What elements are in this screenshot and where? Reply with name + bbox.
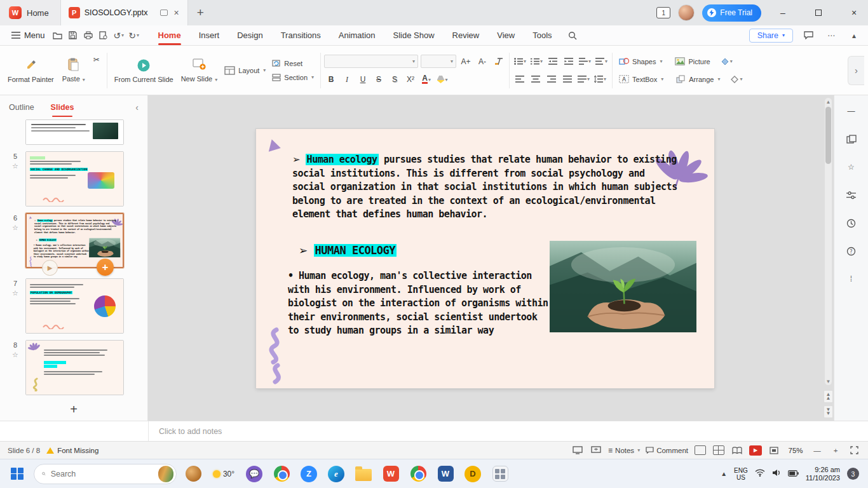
text-direction-button[interactable]: ▾ (594, 55, 609, 68)
clear-format-button[interactable] (492, 55, 506, 68)
favorite-star-icon[interactable]: ☆ (12, 351, 18, 359)
notes-bar[interactable]: Click to add notes (0, 421, 868, 441)
slide-bullet-paragraph[interactable]: • Human ecology, man's collective intera… (288, 269, 550, 338)
collapse-panel-icon[interactable]: ‹ (135, 102, 139, 112)
expand-ribbon-button[interactable]: › (848, 56, 864, 85)
save-icon[interactable] (65, 29, 81, 43)
taskbar-search[interactable] (34, 464, 177, 484)
help-icon[interactable]: ? (844, 244, 858, 258)
from-current-slide-button[interactable]: From Current Slide (111, 50, 177, 92)
undo-icon[interactable]: ↺▾ (111, 29, 126, 43)
reset-button[interactable]: Reset (269, 58, 317, 69)
zoom-out-button[interactable]: — (811, 445, 824, 456)
weather-widget[interactable]: 30° (210, 461, 238, 487)
slide-7-thumbnail[interactable]: POPULATION OR DEMOGRAPHY (25, 278, 124, 334)
favorites-star-icon[interactable]: ☆ (844, 160, 858, 174)
underline-button[interactable]: U (356, 73, 370, 86)
align-center-button[interactable] (529, 73, 543, 86)
chrome-dev-icon[interactable]: D (462, 461, 484, 487)
fit-window-button[interactable] (848, 445, 860, 456)
bullets-button[interactable]: ▾ (513, 55, 527, 68)
more-tools-icon[interactable]: ⁞ (844, 272, 858, 286)
slide-sorter-view-button[interactable] (712, 445, 725, 456)
superscript-button[interactable]: X² (403, 73, 417, 86)
tab-insert[interactable]: Insert (199, 25, 220, 45)
notes-toggle-button[interactable]: ≡ Notes ▾ (608, 446, 640, 455)
current-slide[interactable]: ➢ Human ecology pursues studies that rel… (256, 129, 714, 388)
edge-icon[interactable]: e (325, 461, 347, 487)
align-right-button[interactable] (545, 73, 559, 86)
volume-icon[interactable] (772, 469, 781, 478)
maximize-button[interactable] (804, 0, 832, 25)
search-icon[interactable] (565, 29, 580, 43)
outline-tab[interactable]: Outline (9, 95, 34, 119)
text-shadow-button[interactable]: S (388, 73, 402, 86)
window-count-badge[interactable]: 1 (656, 7, 670, 18)
format-painter-button[interactable]: Format Painter (4, 50, 58, 92)
tab-tools[interactable]: Tools (532, 25, 552, 45)
slides-tab[interactable]: Slides (51, 95, 74, 119)
slide-5-thumbnail[interactable]: SOCIAL CHANGE AND DISORGANIZATION (25, 151, 124, 207)
font-missing-warning[interactable]: Font Missing (46, 447, 98, 454)
tab-close-icon[interactable]: × (172, 8, 181, 18)
tab-slide-show[interactable]: Slide Show (393, 25, 435, 45)
increase-font-button[interactable]: A+ (459, 55, 473, 68)
tab-design[interactable]: Design (237, 25, 262, 45)
increase-indent-button[interactable] (562, 55, 576, 68)
open-file-icon[interactable] (50, 29, 65, 43)
tray-expand-icon[interactable]: ▲ (721, 470, 727, 477)
tab-home[interactable]: Home (158, 25, 181, 45)
vertical-scrollbar[interactable]: ▲ ▼ (825, 98, 832, 385)
fill-color-button[interactable]: ▾ (720, 55, 734, 68)
free-trial-button[interactable]: Free Trial (702, 4, 761, 22)
zoom-in-button[interactable]: + (829, 445, 842, 456)
font-size-select[interactable]: ▾ (421, 55, 456, 68)
squiggle-decoration[interactable] (265, 326, 284, 384)
add-slide-button[interactable]: + (0, 402, 147, 417)
minimize-button[interactable]: – (769, 0, 797, 25)
arrange-button[interactable]: Arrange ▾ (673, 73, 723, 86)
align-left-button[interactable] (513, 73, 527, 86)
tab-review[interactable]: Review (452, 25, 480, 45)
favorite-star-icon[interactable]: ☆ (12, 162, 18, 170)
previous-slide-button[interactable]: ▲▲ (824, 390, 833, 403)
language-indicator[interactable]: ENG US (734, 467, 748, 481)
cut-button[interactable]: ✂ (90, 53, 104, 66)
distributed-button[interactable]: ▾ (576, 73, 591, 86)
highlight-color-button[interactable]: ▾ (435, 73, 449, 86)
font-family-select[interactable]: ▾ (324, 55, 418, 68)
tab-transitions[interactable]: Transitions (281, 25, 321, 45)
slide-4-thumbnail[interactable] (25, 119, 124, 145)
history-clock-icon[interactable] (844, 216, 858, 230)
share-button[interactable]: Share ▾ (749, 29, 793, 43)
search-input[interactable] (51, 470, 153, 478)
calculator-icon[interactable] (489, 461, 511, 487)
widget-icon[interactable] (182, 461, 204, 487)
normal-view-button[interactable] (694, 445, 707, 456)
document-tab[interactable]: P SIOSOLOGY.pptx × (61, 0, 188, 25)
favorite-star-icon[interactable]: ☆ (12, 289, 18, 297)
print-preview-icon[interactable] (96, 29, 111, 43)
section-button[interactable]: Section ▾ (269, 72, 317, 83)
tab-session-icon[interactable] (160, 10, 168, 16)
layout-button[interactable]: Layout ▾ (221, 50, 269, 91)
print-icon[interactable] (81, 29, 96, 43)
triangle-decoration[interactable] (269, 139, 282, 154)
presenter-display-icon[interactable] (571, 445, 584, 456)
scroll-down-icon[interactable]: ▼ (825, 377, 832, 385)
wifi-icon[interactable] (755, 469, 765, 478)
new-slide-button[interactable]: New Slide ▾ (177, 50, 222, 92)
battery-icon[interactable] (788, 470, 799, 478)
settings-sliders-icon[interactable] (844, 188, 858, 202)
outline-color-button[interactable]: ▾ (729, 73, 743, 86)
zoom-app-icon[interactable]: Z (298, 461, 320, 487)
notes-placeholder[interactable]: Click to add notes (159, 427, 222, 436)
reading-view-button[interactable] (731, 445, 743, 456)
slide-heading-human-ecology[interactable]: ➢ HUMAN ECOLOGY (299, 243, 397, 257)
favorite-star-icon[interactable]: ☆ (12, 224, 18, 232)
next-slide-button[interactable]: ▼▼ (824, 405, 833, 418)
more-options-icon[interactable]: ⋯ (824, 29, 839, 43)
shapes-button[interactable]: Shapes ▾ (616, 55, 665, 68)
fit-slide-button[interactable] (768, 445, 780, 456)
user-avatar[interactable] (678, 4, 695, 21)
